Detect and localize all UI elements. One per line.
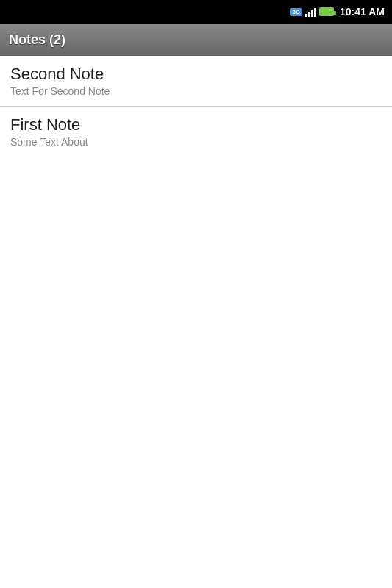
note-title: First Note — [10, 115, 382, 135]
note-preview: Some Text About — [10, 136, 382, 148]
battery-icon — [319, 7, 334, 16]
status-time: 10:41 AM — [340, 6, 385, 18]
note-item-first[interactable]: First Note Some Text About — [0, 107, 392, 157]
status-icons: 3G 10:41 AM — [290, 6, 385, 18]
page-title: Notes (2) — [9, 32, 65, 48]
note-preview: Text For Second Note — [10, 85, 382, 97]
notes-list: Second Note Text For Second Note First N… — [0, 56, 392, 157]
status-bar: 3G 10:41 AM — [0, 0, 392, 24]
signal-strength-icon — [305, 7, 316, 17]
title-bar: Notes (2) — [0, 24, 392, 56]
network-3g-icon: 3G — [290, 8, 302, 16]
note-item-second[interactable]: Second Note Text For Second Note — [0, 56, 392, 107]
note-title: Second Note — [10, 65, 382, 84]
